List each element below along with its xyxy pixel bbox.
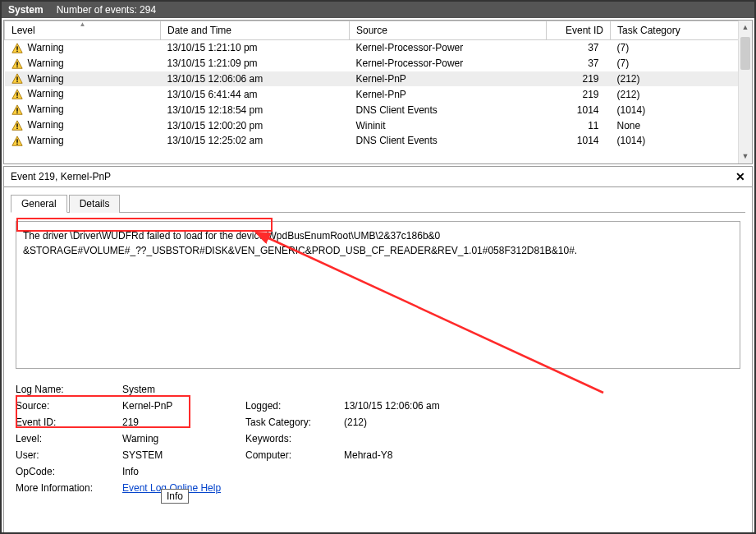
svg-rect-2: [16, 62, 17, 65]
value-computer: Mehrad-Y8: [344, 449, 508, 461]
label-eventid: Event ID:: [16, 417, 122, 428]
svg-rect-0: [16, 46, 17, 49]
detail-title: Event 219, Kernel-PnP: [11, 171, 111, 182]
svg-rect-13: [16, 143, 17, 144]
value-user: SYSTEM: [122, 449, 245, 461]
scroll-down-icon[interactable]: ▼: [739, 150, 752, 163]
warning-icon: [11, 73, 23, 85]
value-taskcat: (212): [344, 417, 508, 428]
label-source: Source:: [16, 400, 122, 412]
table-row[interactable]: Warning13/10/15 12:00:20 pmWininit11None: [5, 117, 752, 133]
svg-rect-11: [16, 128, 17, 129]
scroll-up-icon[interactable]: ▲: [739, 21, 752, 35]
svg-rect-1: [16, 50, 17, 51]
event-properties: Log Name: System Source: Kernel-PnP Logg…: [16, 384, 740, 494]
value-logname: System: [122, 384, 245, 395]
scroll-thumb[interactable]: [740, 37, 750, 70]
warning-icon: [11, 43, 23, 54]
warning-icon: [11, 58, 23, 70]
label-computer: Computer:: [245, 449, 344, 461]
svg-rect-8: [16, 108, 17, 112]
tooltip-info: Info: [161, 489, 189, 504]
table-row[interactable]: Warning13/10/15 1:21:09 pmKernel-Process…: [5, 56, 752, 71]
col-eventid[interactable]: Event ID: [547, 21, 611, 40]
svg-rect-4: [16, 77, 17, 81]
value-logged: 13/10/15 12:06:06 am: [344, 400, 508, 412]
tab-details[interactable]: Details: [69, 195, 121, 213]
col-source[interactable]: Source: [350, 21, 547, 40]
label-opcode: OpCode:: [16, 466, 122, 477]
tab-general[interactable]: General: [11, 195, 67, 213]
log-header: System Number of events: 294: [2, 2, 754, 18]
event-detail-panel: Event 219, Kernel-PnP ✕ General Details …: [3, 166, 753, 534]
event-description[interactable]: The driver \Driver\WUDFRd failed to load…: [16, 221, 740, 369]
col-datetime[interactable]: Date and Time: [161, 21, 350, 40]
svg-rect-9: [16, 113, 17, 113]
label-keywords: Keywords:: [245, 433, 344, 444]
label-taskcat: Task Category:: [245, 417, 344, 428]
label-moreinfo: More Information:: [16, 482, 122, 494]
value-eventid: 219: [122, 417, 245, 428]
warning-icon: [11, 104, 23, 116]
label-logname: Log Name:: [16, 384, 122, 395]
svg-rect-10: [16, 123, 17, 127]
value-source: Kernel-PnP: [122, 400, 245, 412]
event-table[interactable]: ▲Level Date and Time Source Event ID Tas…: [4, 21, 752, 149]
label-logged: Logged:: [245, 400, 344, 412]
close-icon[interactable]: ✕: [735, 170, 745, 183]
label-level: Level:: [16, 433, 122, 444]
col-task[interactable]: Task Category: [611, 21, 752, 40]
table-row[interactable]: Warning13/10/15 1:21:10 pmKernel-Process…: [5, 40, 752, 56]
warning-icon: [11, 136, 23, 147]
table-row[interactable]: Warning13/10/15 12:25:02 amDNS Client Ev…: [5, 133, 752, 149]
svg-rect-6: [16, 93, 17, 96]
label-user: User:: [16, 449, 122, 461]
value-opcode: Info: [122, 466, 245, 477]
value-level: Warning: [122, 433, 245, 444]
detail-tabs: General Details: [11, 194, 745, 213]
table-header-row[interactable]: ▲Level Date and Time Source Event ID Tas…: [5, 21, 752, 40]
table-row[interactable]: Warning13/10/15 12:18:54 pmDNS Client Ev…: [5, 102, 752, 117]
warning-icon: [11, 89, 23, 100]
svg-rect-7: [16, 97, 17, 98]
col-level[interactable]: ▲Level: [5, 21, 161, 40]
tab-panel-general: The driver \Driver\WUDFRd failed to load…: [11, 213, 745, 534]
svg-rect-5: [16, 81, 17, 82]
svg-rect-3: [16, 66, 17, 67]
log-title: System: [8, 4, 44, 16]
event-count: Number of events: 294: [57, 4, 156, 16]
table-row[interactable]: Warning13/10/15 6:41:44 amKernel-PnP219(…: [5, 86, 752, 102]
warning-icon: [11, 120, 23, 131]
value-keywords: [344, 433, 508, 444]
table-row[interactable]: Warning13/10/15 12:06:06 amKernel-PnP219…: [5, 71, 752, 87]
svg-rect-12: [16, 139, 17, 142]
event-list-panel: ▲Level Date and Time Source Event ID Tas…: [3, 20, 753, 164]
vertical-scrollbar[interactable]: ▲ ▼: [738, 21, 752, 163]
